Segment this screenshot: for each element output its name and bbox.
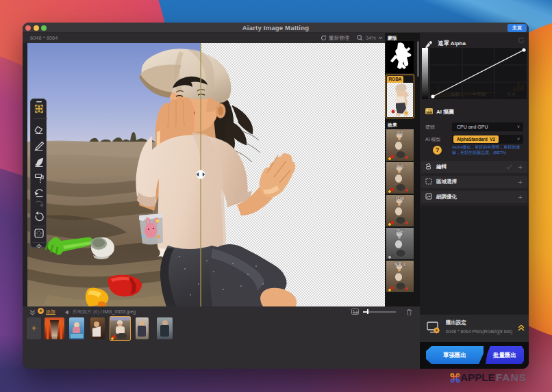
svg-text:亮光: 亮光 xyxy=(507,92,516,97)
svg-text:陰影: 陰影 xyxy=(451,92,460,96)
svg-text:中間調: 中間調 xyxy=(473,92,486,97)
